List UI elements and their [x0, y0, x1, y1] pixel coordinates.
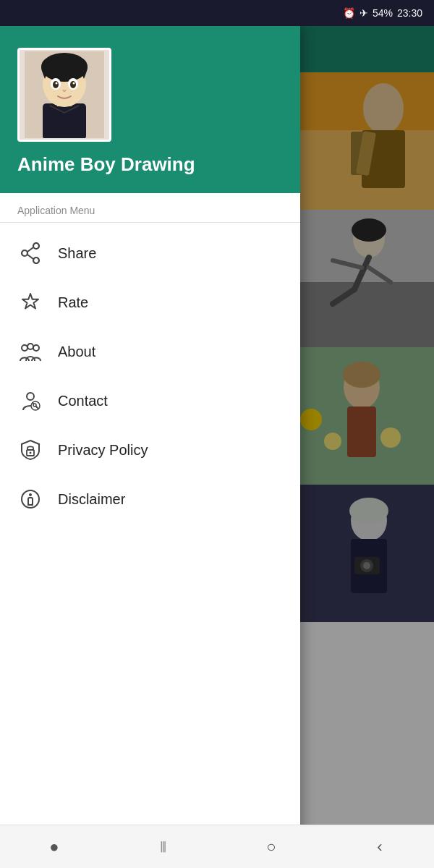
battery-text: 54%: [373, 7, 393, 19]
drawer-app-name: Anime Boy Drawing: [17, 153, 195, 176]
nav-bar: ● ⦀ ○ ‹: [0, 825, 434, 868]
svg-point-45: [22, 345, 27, 351]
svg-point-55: [29, 493, 32, 496]
menu-item-about[interactable]: About: [0, 327, 300, 376]
drawer-divider: [0, 222, 300, 223]
svg-point-40: [33, 243, 39, 249]
svg-point-38: [56, 82, 58, 85]
drawer-panel: Anime Boy Drawing Application Menu Share: [0, 26, 300, 868]
drawer-avatar: [17, 48, 111, 142]
menu-item-share[interactable]: Share: [0, 229, 300, 278]
svg-point-36: [53, 81, 59, 88]
drawer-header: Anime Boy Drawing: [0, 26, 300, 193]
drawer-menu-section-label: Application Menu: [0, 193, 300, 222]
nav-back[interactable]: ‹: [358, 833, 401, 861]
airplane-icon: ✈: [359, 7, 368, 19]
svg-point-48: [27, 393, 34, 400]
nav-home[interactable]: ○: [250, 833, 293, 861]
nav-dot[interactable]: ●: [33, 833, 76, 861]
info-icon: [17, 486, 43, 512]
menu-item-disclaimer[interactable]: Disclaimer: [0, 475, 300, 524]
svg-point-41: [33, 258, 39, 263]
svg-rect-30: [43, 103, 86, 138]
svg-point-51: [33, 404, 36, 407]
share-icon: [17, 240, 43, 266]
svg-point-37: [70, 81, 76, 88]
svg-point-47: [27, 344, 33, 349]
status-bar: ⏰ ✈ 54% 23:30: [0, 0, 434, 26]
contact-icon: [17, 388, 43, 414]
drawer-overlay: Anime Boy Drawing Application Menu Share: [0, 26, 434, 868]
contact-label: Contact: [58, 393, 108, 409]
svg-point-33: [41, 53, 88, 82]
svg-point-46: [33, 345, 39, 351]
rate-label: Rate: [58, 294, 88, 311]
disclaimer-label: Disclaimer: [58, 491, 125, 508]
alarm-icon: ⏰: [343, 7, 355, 19]
svg-point-39: [73, 82, 75, 85]
svg-rect-56: [28, 498, 33, 505]
privacy-label: Privacy Policy: [58, 442, 148, 459]
drawer-overlay-bg[interactable]: [300, 26, 434, 868]
shield-icon: [17, 437, 43, 463]
time-display: 23:30: [397, 7, 422, 19]
people-icon: [17, 339, 43, 365]
svg-line-43: [27, 247, 33, 252]
menu-item-contact[interactable]: Contact: [0, 376, 300, 425]
menu-item-rate[interactable]: Rate: [0, 278, 300, 327]
svg-point-53: [30, 452, 32, 454]
share-label: Share: [58, 245, 96, 262]
svg-point-42: [22, 250, 27, 256]
menu-item-privacy[interactable]: Privacy Policy: [0, 425, 300, 475]
svg-line-44: [27, 255, 33, 259]
about-label: About: [58, 344, 95, 360]
status-icons: ⏰ ✈ 54% 23:30: [343, 7, 422, 19]
nav-lines[interactable]: ⦀: [141, 833, 184, 861]
star-icon: [17, 289, 43, 315]
